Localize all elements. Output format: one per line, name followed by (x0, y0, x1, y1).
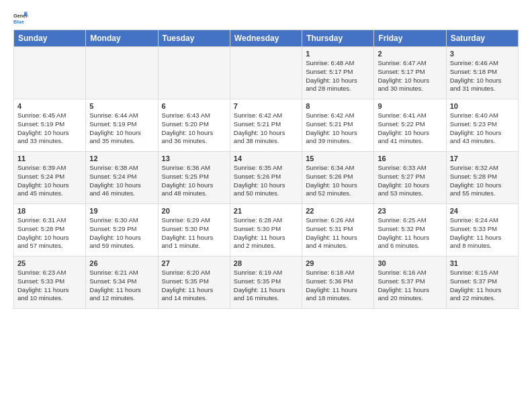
calendar-cell: 8Sunrise: 6:42 AM Sunset: 5:21 PM Daylig… (302, 99, 374, 152)
day-number: 5 (89, 102, 154, 110)
day-number: 9 (378, 102, 442, 110)
header-sunday: Sunday (14, 30, 86, 47)
day-number: 2 (378, 50, 442, 58)
calendar-cell: 21Sunrise: 6:28 AM Sunset: 5:30 PM Dayli… (230, 204, 302, 257)
day-number: 4 (17, 102, 82, 110)
day-number: 22 (306, 207, 370, 215)
main-container: General Blue SundayMondayTuesdayWednesda… (0, 0, 532, 316)
cell-content: Sunrise: 6:47 AM Sunset: 5:17 PM Dayligh… (378, 59, 442, 93)
cell-content: Sunrise: 6:18 AM Sunset: 5:36 PM Dayligh… (306, 269, 370, 303)
day-number: 15 (306, 154, 370, 163)
cell-content: Sunrise: 6:35 AM Sunset: 5:26 PM Dayligh… (234, 164, 298, 198)
cell-content: Sunrise: 6:26 AM Sunset: 5:31 PM Dayligh… (306, 216, 370, 250)
calendar-week-row: 1Sunrise: 6:48 AM Sunset: 5:17 PM Daylig… (14, 47, 519, 99)
day-number: 20 (162, 207, 226, 215)
day-number: 17 (450, 154, 515, 163)
cell-content: Sunrise: 6:41 AM Sunset: 5:22 PM Dayligh… (378, 111, 442, 146)
calendar-cell: 31Sunrise: 6:15 AM Sunset: 5:37 PM Dayli… (446, 257, 518, 309)
calendar-cell: 20Sunrise: 6:29 AM Sunset: 5:30 PM Dayli… (158, 204, 230, 257)
cell-content: Sunrise: 6:31 AM Sunset: 5:28 PM Dayligh… (17, 216, 82, 250)
day-number: 31 (450, 259, 515, 267)
day-number: 24 (450, 207, 515, 215)
calendar-cell: 9Sunrise: 6:41 AM Sunset: 5:22 PM Daylig… (374, 99, 446, 152)
day-number: 7 (234, 102, 298, 110)
day-number: 16 (378, 154, 442, 163)
calendar-week-row: 18Sunrise: 6:31 AM Sunset: 5:28 PM Dayli… (14, 204, 519, 257)
cell-content: Sunrise: 6:43 AM Sunset: 5:20 PM Dayligh… (162, 111, 226, 146)
calendar-cell: 23Sunrise: 6:25 AM Sunset: 5:32 PM Dayli… (374, 204, 446, 257)
logo-icon: General Blue (13, 11, 28, 26)
cell-content: Sunrise: 6:33 AM Sunset: 5:27 PM Dayligh… (378, 164, 442, 198)
calendar-cell: 2Sunrise: 6:47 AM Sunset: 5:17 PM Daylig… (374, 47, 446, 99)
cell-content: Sunrise: 6:19 AM Sunset: 5:35 PM Dayligh… (234, 269, 298, 303)
calendar-header-row: SundayMondayTuesdayWednesdayThursdayFrid… (14, 30, 519, 47)
calendar-cell: 4Sunrise: 6:45 AM Sunset: 5:19 PM Daylig… (14, 99, 86, 152)
cell-content: Sunrise: 6:36 AM Sunset: 5:25 PM Dayligh… (162, 164, 226, 198)
day-number: 6 (162, 102, 226, 110)
cell-content: Sunrise: 6:23 AM Sunset: 5:33 PM Dayligh… (17, 269, 82, 303)
calendar-table: SundayMondayTuesdayWednesdayThursdayFrid… (13, 30, 519, 309)
day-number: 10 (450, 102, 515, 110)
calendar-cell (14, 47, 86, 99)
calendar-cell: 1Sunrise: 6:48 AM Sunset: 5:17 PM Daylig… (302, 47, 374, 99)
day-number: 29 (306, 259, 370, 267)
svg-text:Blue: Blue (13, 19, 24, 25)
calendar-cell: 24Sunrise: 6:24 AM Sunset: 5:33 PM Dayli… (446, 204, 518, 257)
calendar-cell: 3Sunrise: 6:46 AM Sunset: 5:18 PM Daylig… (446, 47, 518, 99)
cell-content: Sunrise: 6:32 AM Sunset: 5:28 PM Dayligh… (450, 164, 515, 198)
cell-content: Sunrise: 6:29 AM Sunset: 5:30 PM Dayligh… (162, 216, 226, 250)
cell-content: Sunrise: 6:42 AM Sunset: 5:21 PM Dayligh… (306, 111, 370, 146)
calendar-cell: 13Sunrise: 6:36 AM Sunset: 5:25 PM Dayli… (158, 152, 230, 204)
day-number: 1 (306, 50, 370, 58)
header-wednesday: Wednesday (230, 30, 302, 47)
header-tuesday: Tuesday (158, 30, 230, 47)
day-number: 8 (306, 102, 370, 110)
cell-content: Sunrise: 6:28 AM Sunset: 5:30 PM Dayligh… (234, 216, 298, 250)
cell-content: Sunrise: 6:20 AM Sunset: 5:35 PM Dayligh… (162, 269, 226, 303)
cell-content: Sunrise: 6:30 AM Sunset: 5:29 PM Dayligh… (89, 216, 154, 250)
day-number: 26 (89, 259, 154, 267)
header: General Blue (13, 11, 519, 26)
calendar-week-row: 25Sunrise: 6:23 AM Sunset: 5:33 PM Dayli… (14, 257, 519, 309)
calendar-cell: 17Sunrise: 6:32 AM Sunset: 5:28 PM Dayli… (446, 152, 518, 204)
cell-content: Sunrise: 6:24 AM Sunset: 5:33 PM Dayligh… (450, 216, 515, 250)
day-number: 13 (162, 154, 226, 163)
day-number: 11 (17, 154, 82, 163)
calendar-cell: 19Sunrise: 6:30 AM Sunset: 5:29 PM Dayli… (86, 204, 158, 257)
header-friday: Friday (374, 30, 446, 47)
calendar-cell: 11Sunrise: 6:39 AM Sunset: 5:24 PM Dayli… (14, 152, 86, 204)
day-number: 27 (162, 259, 226, 267)
calendar-cell: 28Sunrise: 6:19 AM Sunset: 5:35 PM Dayli… (230, 257, 302, 309)
day-number: 3 (450, 50, 515, 58)
cell-content: Sunrise: 6:15 AM Sunset: 5:37 PM Dayligh… (450, 269, 515, 303)
calendar-cell: 5Sunrise: 6:44 AM Sunset: 5:19 PM Daylig… (86, 99, 158, 152)
day-number: 18 (17, 207, 82, 215)
calendar-cell: 30Sunrise: 6:16 AM Sunset: 5:37 PM Dayli… (374, 257, 446, 309)
calendar-cell: 15Sunrise: 6:34 AM Sunset: 5:26 PM Dayli… (302, 152, 374, 204)
header-thursday: Thursday (302, 30, 374, 47)
calendar-cell: 7Sunrise: 6:42 AM Sunset: 5:21 PM Daylig… (230, 99, 302, 152)
cell-content: Sunrise: 6:48 AM Sunset: 5:17 PM Dayligh… (306, 59, 370, 93)
cell-content: Sunrise: 6:21 AM Sunset: 5:34 PM Dayligh… (89, 269, 154, 303)
cell-content: Sunrise: 6:39 AM Sunset: 5:24 PM Dayligh… (17, 164, 82, 198)
cell-content: Sunrise: 6:16 AM Sunset: 5:37 PM Dayligh… (378, 269, 442, 303)
cell-content: Sunrise: 6:25 AM Sunset: 5:32 PM Dayligh… (378, 216, 442, 250)
calendar-cell: 14Sunrise: 6:35 AM Sunset: 5:26 PM Dayli… (230, 152, 302, 204)
cell-content: Sunrise: 6:38 AM Sunset: 5:24 PM Dayligh… (89, 164, 154, 198)
calendar-cell: 29Sunrise: 6:18 AM Sunset: 5:36 PM Dayli… (302, 257, 374, 309)
calendar-week-row: 11Sunrise: 6:39 AM Sunset: 5:24 PM Dayli… (14, 152, 519, 204)
calendar-cell: 18Sunrise: 6:31 AM Sunset: 5:28 PM Dayli… (14, 204, 86, 257)
calendar-cell: 12Sunrise: 6:38 AM Sunset: 5:24 PM Dayli… (86, 152, 158, 204)
day-number: 30 (378, 259, 442, 267)
day-number: 14 (234, 154, 298, 163)
cell-content: Sunrise: 6:40 AM Sunset: 5:23 PM Dayligh… (450, 111, 515, 146)
day-number: 12 (89, 154, 154, 163)
calendar-cell: 10Sunrise: 6:40 AM Sunset: 5:23 PM Dayli… (446, 99, 518, 152)
day-number: 28 (234, 259, 298, 267)
calendar-cell (86, 47, 158, 99)
header-saturday: Saturday (446, 30, 518, 47)
calendar-cell: 26Sunrise: 6:21 AM Sunset: 5:34 PM Dayli… (86, 257, 158, 309)
cell-content: Sunrise: 6:42 AM Sunset: 5:21 PM Dayligh… (234, 111, 298, 146)
calendar-cell (230, 47, 302, 99)
cell-content: Sunrise: 6:45 AM Sunset: 5:19 PM Dayligh… (17, 111, 82, 146)
